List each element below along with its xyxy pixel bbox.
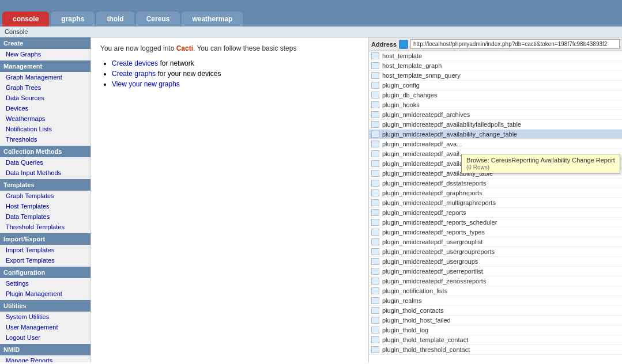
table-item-name: plugin_nmidcreatepdf_usergroups <box>382 258 478 265</box>
address-bar: Address 🌐 <box>369 37 622 51</box>
table-item-name: host_template_graph <box>382 62 442 69</box>
step-2-link[interactable]: Create graphs <box>112 70 156 78</box>
sidebar-item-import-templates[interactable]: Import Templates <box>0 245 91 255</box>
sidebar-item-new-graphs[interactable]: New Graphs <box>0 49 91 59</box>
tab-graphs[interactable]: graphs <box>51 12 95 26</box>
sidebar-item-host-templates[interactable]: Host Templates <box>0 201 91 211</box>
table-list-container: host_templatehost_template_graphhost_tem… <box>369 51 622 362</box>
table-item[interactable]: host_template <box>369 51 622 61</box>
table-item[interactable]: plugin_nmidcreatepdf_reports_scheduler <box>369 218 622 227</box>
table-icon <box>371 278 379 285</box>
table-item[interactable]: plugin_nmidcreatepdf_usergroups <box>369 257 622 267</box>
table-item[interactable]: plugin_nmidcreatepdf_reports <box>369 208 622 218</box>
table-item-name: plugin_nmidcreatepdf_reports_types <box>382 229 485 236</box>
table-item[interactable]: plugin_nmidcreatepdf_archives <box>369 110 622 120</box>
table-icon <box>371 121 379 128</box>
content-intro: You are now logged into Cacti. You can f… <box>100 43 359 54</box>
table-item-name: plugin_hooks <box>382 101 420 108</box>
sidebar-item-data-queries[interactable]: Data Queries <box>0 157 91 168</box>
table-item[interactable]: plugin_nmidcreatepdf_graphreports <box>369 188 622 198</box>
table-icon <box>371 287 379 294</box>
table-icon <box>371 238 379 245</box>
sidebar-item-export-templates[interactable]: Export Templates <box>0 255 91 266</box>
sidebar-item-plugin-management[interactable]: Plugin Management <box>0 289 91 299</box>
table-item[interactable]: plugin_nmidcreatepdf_usergroupreports <box>369 247 622 257</box>
cacti-link[interactable]: Cacti <box>176 44 193 52</box>
table-icon <box>371 52 379 59</box>
sidebar-item-notification-lists[interactable]: Notification Lists <box>0 124 91 134</box>
table-icon <box>371 111 379 118</box>
table-item-name: plugin_thold_host_failed <box>382 317 451 324</box>
sidebar-item-graph-management[interactable]: Graph Management <box>0 72 91 82</box>
step-1: Create devices for network <box>112 59 359 67</box>
sidebar-item-data-sources[interactable]: Data Sources <box>0 93 91 103</box>
table-icon <box>371 297 379 304</box>
sidebar-item-graph-trees[interactable]: Graph Trees <box>0 82 91 93</box>
table-item[interactable]: plugin_thold_contacts <box>369 306 622 316</box>
table-item-name: plugin_nmidcreatepdf_availability_change… <box>382 131 517 138</box>
table-item[interactable]: plugin_thold_threshold_contact <box>369 345 622 355</box>
sidebar-item-devices[interactable]: Devices <box>0 103 91 113</box>
tab-cereus[interactable]: Cereus <box>136 12 180 26</box>
tab-console[interactable]: console <box>2 12 49 26</box>
sidebar: Create New Graphs Management Graph Manag… <box>0 37 91 362</box>
table-item-name: plugin_nmidcreatepdf_archives <box>382 111 470 118</box>
table-item-name: plugin_nmidcreatepdf_zenossreports <box>382 278 486 285</box>
table-icon <box>371 131 379 138</box>
table-item[interactable]: plugin_nmidcreatepdf_userreportlist <box>369 267 622 276</box>
table-item[interactable]: plugin_nmidcreatepdf_availabilityfailedp… <box>369 120 622 130</box>
app-container: console graphs thold Cereus weathermap C… <box>0 0 622 362</box>
table-item[interactable]: plugin_thold_log <box>369 325 622 335</box>
sidebar-item-data-input-methods[interactable]: Data Input Methods <box>0 168 91 178</box>
table-item[interactable]: plugin_nmidcreatepdf_ava... <box>369 139 622 149</box>
sidebar-item-weathermaps[interactable]: Weathermaps <box>0 113 91 124</box>
table-item[interactable]: plugin_thold_template_contact <box>369 335 622 345</box>
table-item[interactable]: plugin_nmidcreatepdf_usergrouplist <box>369 237 622 247</box>
table-item[interactable]: plugin_db_changes <box>369 90 622 100</box>
table-icon <box>371 336 379 343</box>
table-item-name: plugin_nmidcreatepdf_graphreports <box>382 189 482 196</box>
tab-thold[interactable]: thold <box>96 12 134 26</box>
table-icon <box>371 189 379 196</box>
table-item[interactable]: plugin_realms <box>369 296 622 306</box>
table-icon <box>371 209 379 216</box>
sidebar-item-threshold-templates[interactable]: Threshold Templates <box>0 222 91 232</box>
table-item-name: plugin_nmidcreatepdf_usergroupreports <box>382 248 495 255</box>
step-2: Create graphs for your new devices <box>112 70 359 78</box>
table-item[interactable]: plugin_thold_host_failed <box>369 316 622 325</box>
tooltip: Browse: CereusReporting Availability Cha… <box>461 154 620 173</box>
table-item[interactable]: plugin_config <box>369 81 622 90</box>
table-item[interactable]: plugin_hooks <box>369 100 622 110</box>
step-1-link[interactable]: Create devices <box>112 59 158 67</box>
table-item-name: plugin_nmidcreatepdf_avail... <box>382 150 465 157</box>
table-item-name: plugin_nmidcreatepdf_reports <box>382 209 466 216</box>
table-item[interactable]: plugin_nmidcreatepdf_availability_change… <box>369 130 622 139</box>
sidebar-section-utilities: Utilities <box>0 300 91 312</box>
address-label: Address <box>371 41 397 48</box>
sidebar-item-thresholds[interactable]: Thresholds <box>0 134 91 145</box>
address-input[interactable] <box>410 39 620 49</box>
table-item[interactable]: plugin_nmidcreatepdf_reports_types <box>369 227 622 237</box>
table-icon <box>371 327 379 333</box>
table-icon <box>371 141 379 147</box>
table-item-name: host_template <box>382 52 422 59</box>
table-item[interactable]: plugin_notification_lists <box>369 286 622 296</box>
table-item-name: plugin_thold_contacts <box>382 307 443 314</box>
sidebar-item-manage-reports[interactable]: Manage Reports <box>0 355 91 362</box>
sidebar-item-settings[interactable]: Settings <box>0 278 91 289</box>
step-3-link[interactable]: View your new graphs <box>112 80 180 88</box>
table-icon <box>371 317 379 324</box>
table-icon <box>371 170 379 177</box>
table-item[interactable]: plugin_nmidcreatepdf_zenossreports <box>369 276 622 286</box>
sidebar-item-logout-user[interactable]: Logout User <box>0 332 91 343</box>
table-item[interactable]: plugin_nmidcreatepdf_dsstatsreports <box>369 179 622 188</box>
sidebar-item-system-utilities[interactable]: System Utilities <box>0 312 91 322</box>
table-item[interactable]: host_template_snmp_query <box>369 71 622 81</box>
table-item[interactable]: host_template_graph <box>369 61 622 71</box>
step-3: View your new graphs <box>112 80 359 88</box>
sidebar-item-user-management[interactable]: User Management <box>0 322 91 332</box>
tab-weathermap[interactable]: weathermap <box>182 12 243 26</box>
sidebar-item-graph-templates[interactable]: Graph Templates <box>0 191 91 201</box>
sidebar-item-data-templates[interactable]: Data Templates <box>0 211 91 222</box>
table-item[interactable]: plugin_nmidcreatepdf_multigraphreports <box>369 198 622 208</box>
